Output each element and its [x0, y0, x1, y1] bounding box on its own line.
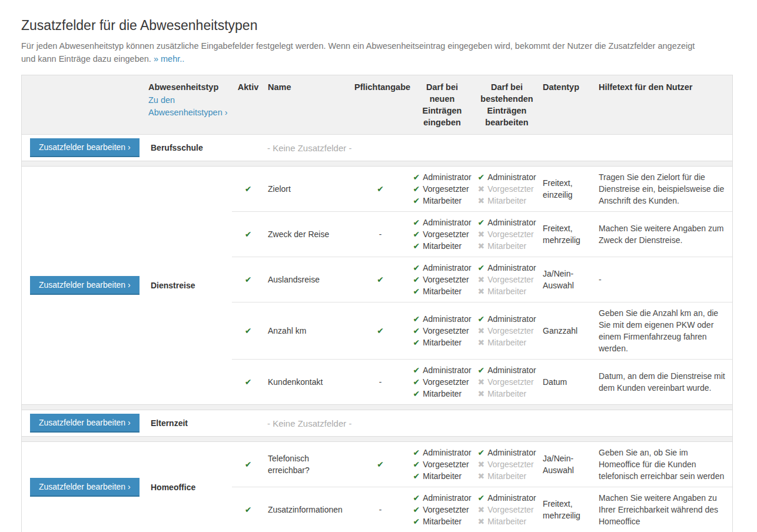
field-datatype: Ganzzahl: [539, 325, 595, 337]
edit-fields-button[interactable]: Zusatzfelder bearbeiten ›: [30, 276, 140, 295]
permission-item: ✖Vorgesetzter: [477, 504, 536, 516]
permissions-existing-cell: ✔Administrator✖Vorgesetzter✖Mitarbeiter: [474, 217, 539, 252]
permission-item: ✔Administrator: [413, 364, 471, 376]
permissions-new-list: ✔Administrator✔Vorgesetzter✔Mitarbeiter: [413, 262, 471, 297]
x-icon: ✖: [477, 388, 484, 400]
permission-item: ✔Administrator: [477, 217, 536, 228]
check-icon: ✔: [413, 262, 420, 274]
permissions-new-list: ✔Administrator✔Vorgesetzter✔Mitarbeiter: [413, 447, 471, 482]
permission-role-label: Administrator: [423, 171, 471, 183]
permission-item: ✖Vorgesetzter: [477, 183, 536, 195]
column-header-name: Name: [264, 75, 351, 134]
check-icon: ✔: [413, 285, 420, 297]
field-required-cell: ✔: [351, 183, 410, 195]
column-header-aktiv: Aktiv: [232, 75, 264, 134]
permission-role-label: Vorgesetzter: [487, 183, 534, 195]
field-datatype: Freitext, einzeilig: [539, 177, 595, 201]
permission-role-label: Administrator: [487, 364, 536, 376]
field-active-cell: ✔: [232, 376, 264, 388]
check-icon: ✔: [413, 516, 420, 527]
permissions-existing-cell: ✔Administrator✖Vorgesetzter✖Mitarbeiter: [474, 171, 539, 207]
permissions-existing-list: ✔Administrator✖Vorgesetzter✖Mitarbeiter: [477, 364, 536, 400]
permissions-existing-cell: ✔Administrator✖Vorgesetzter✖Mitarbeiter: [474, 313, 539, 348]
field-active-cell: ✔: [232, 183, 264, 195]
column-header-actions: [22, 75, 145, 134]
field-row: ✔Zielort✔✔Administrator✔Vorgesetzter✔Mit…: [232, 167, 732, 211]
permission-item: ✔Administrator: [477, 447, 536, 458]
field-row: ✔Auslandsreise✔✔Administrator✔Vorgesetzt…: [232, 257, 732, 302]
absence-type-name: Dienstreise: [145, 167, 232, 404]
check-icon: ✔: [413, 217, 420, 228]
permission-role-label: Mitarbeiter: [423, 388, 461, 400]
check-icon: ✔: [245, 183, 252, 195]
field-active-cell: ✔: [232, 325, 264, 337]
check-icon: ✔: [413, 228, 420, 240]
permission-role-label: Mitarbeiter: [423, 470, 461, 482]
absence-type-name: Berufsschule: [145, 143, 232, 152]
permissions-existing-list: ✔Administrator✖Vorgesetzter✖Mitarbeiter: [477, 171, 536, 207]
page-description: Für jeden Abwesenheitstyp können zusätzl…: [21, 39, 707, 65]
x-icon: ✖: [477, 458, 484, 470]
check-icon: ✔: [245, 228, 252, 240]
check-icon: ✔: [477, 492, 484, 504]
permission-item: ✔Mitarbeiter: [413, 470, 471, 482]
permission-role-label: Administrator: [487, 492, 536, 504]
field-name: Zusatzinformationen: [264, 504, 351, 516]
check-icon: ✔: [377, 274, 384, 285]
field-active-cell: ✔: [232, 458, 264, 470]
x-icon: ✖: [477, 376, 484, 388]
edit-fields-button[interactable]: Zusatzfelder bearbeiten ›: [30, 478, 140, 497]
check-icon: ✔: [413, 274, 420, 285]
permission-role-label: Administrator: [423, 217, 471, 228]
field-row: ✔Telefonisch erreichbar?✔✔Administrator✔…: [232, 442, 732, 487]
permissions-new-list: ✔Administrator✔Vorgesetzter✔Mitarbeiter: [413, 364, 471, 400]
check-icon: ✔: [477, 262, 484, 274]
empty-fields-text: - Keine Zusatzfelder -: [232, 143, 732, 153]
permission-item: ✖Mitarbeiter: [477, 388, 536, 400]
permissions-existing-list: ✔Administrator✖Vorgesetzter✖Mitarbeiter: [477, 447, 536, 482]
absence-types-link[interactable]: Zu den Abwesenheitstypen ›: [148, 94, 228, 119]
check-icon: ✔: [477, 364, 484, 376]
permission-role-label: Vorgesetzter: [487, 228, 534, 240]
column-header-abwesenheitstyp-label: Abwesenheitstyp: [148, 81, 228, 93]
check-icon: ✔: [477, 217, 484, 228]
table-body: Zusatzfelder bearbeiten ›Berufsschule- K…: [22, 135, 732, 532]
field-required-dash: -: [379, 228, 382, 240]
check-icon: ✔: [413, 337, 420, 348]
permission-item: ✔Administrator: [413, 492, 471, 504]
permission-role-label: Mitarbeiter: [423, 240, 461, 252]
absence-type-name: Elternzeit: [145, 418, 232, 428]
permission-role-label: Vorgesetzter: [487, 458, 534, 470]
x-icon: ✖: [477, 516, 484, 527]
group-separator: [22, 161, 732, 167]
permission-role-label: Administrator: [487, 171, 536, 183]
permission-item: ✖Mitarbeiter: [477, 337, 536, 348]
permission-item: ✔Mitarbeiter: [413, 516, 471, 527]
check-icon: ✔: [413, 376, 420, 388]
column-header-datentyp: Datentyp: [539, 75, 595, 134]
more-link[interactable]: » mehr..: [154, 54, 184, 64]
permissions-new-cell: ✔Administrator✔Vorgesetzter✔Mitarbeiter: [410, 313, 474, 348]
absence-type-name: Homeoffice: [145, 442, 232, 532]
permission-role-label: Administrator: [423, 313, 471, 325]
check-icon: ✔: [245, 325, 252, 337]
field-required-cell: ✔: [351, 458, 410, 470]
permission-item: ✔Mitarbeiter: [413, 388, 471, 400]
permission-item: ✔Administrator: [477, 364, 536, 376]
permission-role-label: Administrator: [423, 262, 471, 274]
check-icon: ✔: [413, 388, 420, 400]
edit-fields-button[interactable]: Zusatzfelder bearbeiten ›: [30, 138, 140, 157]
permission-item: ✖Vorgesetzter: [477, 325, 536, 337]
group-separator: [22, 436, 732, 442]
permissions-existing-list: ✔Administrator✖Vorgesetzter✖Mitarbeiter: [477, 262, 536, 297]
field-helptext: Geben Sie an, ob Sie im Homeoffice für d…: [595, 447, 732, 482]
edit-fields-button[interactable]: Zusatzfelder bearbeiten ›: [30, 414, 140, 433]
zusatzfelder-table: Abwesenheitstyp Zu den Abwesenheitstypen…: [21, 75, 733, 532]
permission-role-label: Vorgesetzter: [423, 325, 469, 337]
permission-role-label: Administrator: [487, 217, 536, 228]
field-rows: ✔Zielort✔✔Administrator✔Vorgesetzter✔Mit…: [232, 167, 732, 404]
field-name: Zielort: [264, 183, 351, 195]
permissions-new-list: ✔Administrator✔Vorgesetzter✔Mitarbeiter: [413, 492, 471, 527]
permission-item: ✔Mitarbeiter: [413, 285, 471, 297]
check-icon: ✔: [413, 183, 420, 195]
